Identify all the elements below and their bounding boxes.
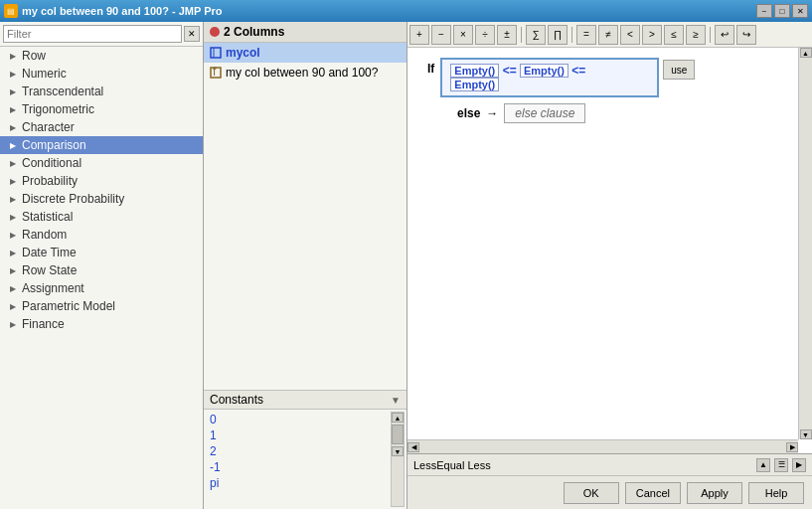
content-area: ✕ ▶ Row ▶ Numeric ▶ Transcendental ▶ xyxy=(0,22,812,509)
toolbar-prod-btn[interactable]: ∏ xyxy=(548,25,568,45)
formula-bottom-scrollbar[interactable]: ◀ ▶ xyxy=(407,439,798,453)
bottom-bar: OK Cancel Apply Help xyxy=(407,475,812,509)
sidebar-item-numeric[interactable]: ▶ Numeric xyxy=(0,65,203,83)
toolbar-sep1 xyxy=(521,27,522,43)
column-name-mycolformula: my col between 90 and 100? xyxy=(226,66,378,80)
maximize-button[interactable]: □ xyxy=(774,4,790,18)
expand-arrow-finance: ▶ xyxy=(10,320,18,329)
toolbar-undo-btn[interactable]: ↩ xyxy=(715,25,734,45)
toolbar-div-btn[interactable]: ÷ xyxy=(475,25,495,45)
constants-dropdown-arrow[interactable]: ▼ xyxy=(391,395,401,406)
sidebar-item-comparison[interactable]: ▶ Comparison xyxy=(0,136,203,154)
category-label-parametric-model: Parametric Model xyxy=(22,299,115,313)
category-label-random: Random xyxy=(22,228,67,242)
constants-items: 0 1 2 -1 pi xyxy=(206,412,391,507)
toolbar-redo-btn[interactable]: ↪ xyxy=(736,25,756,45)
condition-box[interactable]: Empty() <= Empty() <= Empty() xyxy=(440,58,659,97)
toolbar-add-btn[interactable]: + xyxy=(409,25,429,45)
use-button[interactable]: use xyxy=(663,60,695,80)
toolbar-eq-btn[interactable]: = xyxy=(576,25,596,45)
constant-item-neg1[interactable]: -1 xyxy=(206,459,391,475)
formula-editor[interactable]: ▲ ▼ ◀ ▶ If Empty() xyxy=(407,48,812,453)
toolbar-lte-btn[interactable]: ≤ xyxy=(664,25,684,45)
cancel-button[interactable]: Cancel xyxy=(625,482,681,504)
status-text: LessEqual Less xyxy=(413,459,491,471)
constant-item-0[interactable]: 0 xyxy=(206,412,391,427)
middle-panel: 2 Columns mycol f my col between 90 and … xyxy=(204,22,407,509)
empty-token-2[interactable]: Empty() xyxy=(520,64,568,78)
sidebar-item-discrete-probability[interactable]: ▶ Discrete Probability xyxy=(0,190,203,208)
constant-item-1[interactable]: 1 xyxy=(206,427,391,443)
sidebar-item-character[interactable]: ▶ Character xyxy=(0,118,203,136)
category-list: ▶ Row ▶ Numeric ▶ Transcendental ▶ Trigo… xyxy=(0,47,203,509)
sidebar-item-probability[interactable]: ▶ Probability xyxy=(0,172,203,190)
sidebar-item-parametric-model[interactable]: ▶ Parametric Model xyxy=(0,297,203,315)
ok-button[interactable]: OK xyxy=(564,482,619,504)
condition-line2: Empty() xyxy=(450,78,649,91)
else-label: else xyxy=(457,106,480,120)
sidebar-item-rowstate[interactable]: ▶ Row State xyxy=(0,261,203,279)
scrollbar-thumb[interactable] xyxy=(392,424,404,444)
constants-header: Constants ▼ xyxy=(204,391,406,410)
else-row: else → else clause xyxy=(457,103,792,123)
toolbar-lt-btn[interactable]: < xyxy=(620,25,640,45)
sidebar-item-random[interactable]: ▶ Random xyxy=(0,226,203,244)
filter-input[interactable] xyxy=(3,25,182,43)
scroll-up-arrow[interactable]: ▲ xyxy=(392,413,404,423)
category-label-transcendental: Transcendental xyxy=(22,85,103,98)
svg-rect-0 xyxy=(211,48,221,58)
expand-arrow-discrete-probability: ▶ xyxy=(10,195,18,204)
formula-scroll-right[interactable]: ▶ xyxy=(786,442,798,452)
filter-clear-button[interactable]: ✕ xyxy=(184,26,200,42)
sidebar-item-trigonometric[interactable]: ▶ Trigonometric xyxy=(0,100,203,118)
minimize-button[interactable]: − xyxy=(756,4,772,18)
sidebar-item-finance[interactable]: ▶ Finance xyxy=(0,315,203,333)
category-label-character: Character xyxy=(22,120,75,134)
constant-item-2[interactable]: 2 xyxy=(206,443,391,459)
toolbar-pm-btn[interactable]: ± xyxy=(497,25,517,45)
column-item-mycolformula[interactable]: f my col between 90 and 100? xyxy=(204,63,406,83)
sidebar-item-conditional[interactable]: ▶ Conditional xyxy=(0,154,203,172)
sidebar-item-row[interactable]: ▶ Row xyxy=(0,47,203,65)
toolbar-sep3 xyxy=(710,27,711,43)
toolbar-neq-btn[interactable]: ≠ xyxy=(598,25,618,45)
status-up-icon[interactable]: ▲ xyxy=(756,458,770,472)
constants-scrollbar[interactable]: ▲ ▼ xyxy=(391,412,405,507)
close-button[interactable]: ✕ xyxy=(792,4,808,18)
formula-scroll-up[interactable]: ▲ xyxy=(800,48,812,58)
toolbar-sum-btn[interactable]: ∑ xyxy=(526,25,546,45)
category-label-assignment: Assignment xyxy=(22,281,84,295)
status-settings-icon[interactable]: ▶ xyxy=(792,458,806,472)
svg-text:f: f xyxy=(213,67,217,79)
left-panel: ✕ ▶ Row ▶ Numeric ▶ Transcendental ▶ xyxy=(0,22,204,509)
formula-scroll-down[interactable]: ▼ xyxy=(800,429,812,439)
sidebar-item-assignment[interactable]: ▶ Assignment xyxy=(0,279,203,297)
title-bar-left: ▤ my col between 90 and 100? - JMP Pro xyxy=(4,4,223,18)
if-expression: If Empty() <= Empty() <= Empty() xyxy=(427,58,792,97)
formula-column-icon: f xyxy=(210,67,222,79)
formula-scroll-left[interactable]: ◀ xyxy=(407,442,419,452)
expand-arrow-trigonometric: ▶ xyxy=(10,105,18,114)
toolbar-mul-btn[interactable]: × xyxy=(453,25,473,45)
constant-item-pi[interactable]: pi xyxy=(206,475,391,491)
constants-list: 0 1 2 -1 pi ▲ ▼ xyxy=(204,410,406,509)
scroll-down-arrow[interactable]: ▼ xyxy=(392,446,404,456)
toolbar-sub-btn[interactable]: − xyxy=(431,25,451,45)
else-clause-box[interactable]: else clause xyxy=(504,103,585,123)
toolbar-gte-btn[interactable]: ≥ xyxy=(686,25,706,45)
category-label-comparison: Comparison xyxy=(22,138,86,152)
column-item-mycol[interactable]: mycol xyxy=(204,43,406,63)
sidebar-item-transcendental[interactable]: ▶ Transcendental xyxy=(0,83,203,100)
empty-token-1[interactable]: Empty() xyxy=(450,64,499,78)
status-layout-icon[interactable]: ☰ xyxy=(774,458,788,472)
empty-token-3[interactable]: Empty() xyxy=(450,78,499,91)
status-bar: LessEqual Less ▲ ☰ ▶ xyxy=(407,453,812,475)
help-button[interactable]: Help xyxy=(748,482,804,504)
expand-arrow-comparison: ▶ xyxy=(10,141,18,150)
toolbar-gt-btn[interactable]: > xyxy=(642,25,662,45)
sidebar-item-datetime[interactable]: ▶ Date Time xyxy=(0,244,203,261)
apply-button[interactable]: Apply xyxy=(687,482,742,504)
expand-arrow-probability: ▶ xyxy=(10,177,18,186)
sidebar-item-statistical[interactable]: ▶ Statistical xyxy=(0,208,203,226)
formula-right-scrollbar[interactable]: ▲ ▼ xyxy=(798,48,812,439)
